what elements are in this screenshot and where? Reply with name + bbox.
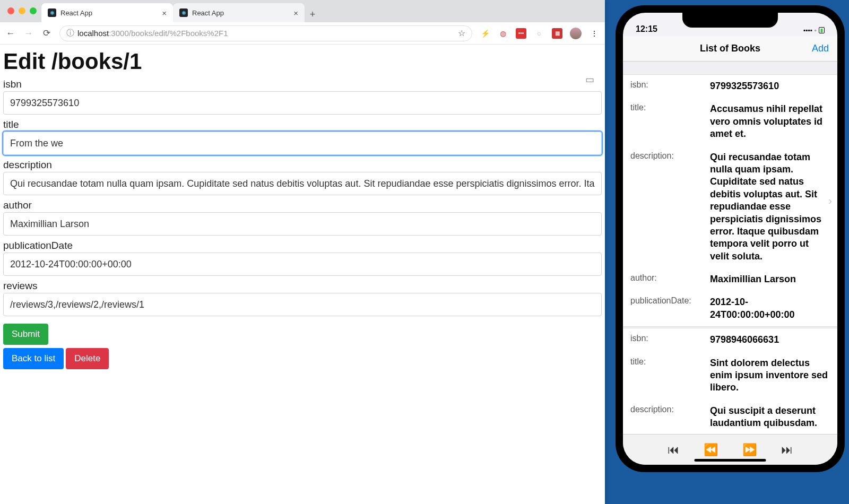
isbn-input[interactable]	[3, 91, 602, 115]
publicationdate-label: publicationDate	[3, 240, 602, 251]
cell-value: Qui suscipit a deserunt laudantium quibu…	[710, 405, 830, 430]
battery-icon: ▮	[819, 27, 825, 33]
rewind-icon[interactable]: ⏪	[704, 443, 718, 457]
browser-window: ⚛ React App × ⚛ React App × + ← → ⟳ ⓘ lo…	[0, 0, 605, 504]
cell-key: title:	[630, 357, 710, 394]
cell-value: 2012-10-24T00:00:00+00:00	[710, 296, 830, 321]
browser-tab-1[interactable]: ⚛ React App ×	[41, 3, 173, 22]
phone-notch	[682, 13, 778, 28]
close-tab-icon[interactable]: ×	[162, 8, 167, 18]
profile-avatar[interactable]	[570, 28, 582, 39]
edit-book-form: Edit /books/1 isbn ▭ title description a…	[0, 45, 605, 371]
extension-icons: ⚡ ◍ ••• ○ ▦ ⋮	[480, 28, 600, 39]
react-favicon-icon: ⚛	[48, 8, 56, 17]
cell-key: author:	[630, 273, 710, 285]
chevron-right-icon: ›	[828, 195, 832, 207]
author-input[interactable]	[3, 212, 602, 236]
cell-key: description:	[630, 151, 710, 263]
tab-strip: ⚛ React App × ⚛ React App × +	[0, 0, 605, 22]
submit-button[interactable]: Submit	[3, 324, 48, 345]
amp-icon[interactable]: ⚡	[480, 28, 490, 39]
bookmark-star-icon[interactable]: ☆	[458, 28, 465, 38]
ios-simulator: 12:15 ▪▪▪▪ ◦ ▮ List of Books Add › isbn:…	[616, 5, 845, 472]
fast-forward-icon[interactable]: ⏩	[742, 443, 757, 457]
skip-forward-icon[interactable]: ⏭	[781, 443, 793, 457]
cell-value: Sint dolorem delectus enim ipsum invento…	[710, 357, 830, 394]
page-title: Edit /books/1	[3, 49, 602, 74]
new-tab-button[interactable]: +	[305, 6, 320, 22]
cell-value: Qui recusandae totam nulla quam ipsam. C…	[710, 151, 830, 263]
tab-title: React App	[192, 9, 224, 17]
url-bar: ← → ⟳ ⓘ localhost:3000/books/edit/%2Fboo…	[0, 22, 605, 45]
isbn-label: isbn	[3, 79, 602, 90]
minimize-window-button[interactable]	[19, 7, 25, 14]
description-input[interactable]	[3, 172, 602, 195]
skip-back-icon[interactable]: ⏮	[668, 443, 679, 457]
address-bar[interactable]: ⓘ localhost:3000/books/edit/%2Fbooks%2F1…	[59, 25, 472, 41]
extension-icon[interactable]: ◍	[498, 28, 508, 39]
react-favicon-icon: ⚛	[179, 8, 188, 17]
window-controls	[7, 7, 37, 14]
extension-icon[interactable]: ○	[534, 28, 544, 39]
add-button[interactable]: Add	[812, 43, 829, 54]
reviews-label: reviews	[3, 280, 602, 292]
status-time: 12:15	[636, 24, 657, 34]
maximize-window-button[interactable]	[30, 7, 37, 14]
reload-button[interactable]: ⟳	[41, 28, 52, 39]
title-input[interactable]	[3, 132, 602, 155]
autofill-icon[interactable]: ▭	[585, 74, 594, 85]
cell-value: 9799325573610	[710, 80, 830, 92]
title-label: title	[3, 119, 602, 131]
back-button[interactable]: ←	[5, 28, 16, 39]
phone-screen: 12:15 ▪▪▪▪ ◦ ▮ List of Books Add › isbn:…	[623, 13, 837, 465]
close-window-button[interactable]	[7, 7, 14, 14]
back-to-list-button[interactable]: Back to list	[3, 348, 64, 369]
tab-title: React App	[60, 9, 92, 17]
lastpass-icon[interactable]: •••	[516, 28, 526, 39]
cell-key: isbn:	[630, 334, 710, 346]
cell-value: Maximillian Larson	[710, 273, 830, 285]
extension-icon[interactable]: ▦	[552, 28, 562, 39]
cell-key: description:	[630, 405, 710, 430]
cell-value: Accusamus nihil repellat vero omnis volu…	[710, 103, 830, 140]
nav-bar: List of Books Add	[623, 36, 837, 62]
page-content: Edit /books/1 isbn ▭ title description a…	[0, 45, 605, 504]
kebab-menu-icon[interactable]: ⋮	[589, 28, 600, 39]
delete-button[interactable]: Delete	[66, 348, 109, 369]
book-cell[interactable]: isbn:9798946066631 title:Sint dolorem de…	[623, 328, 837, 434]
signal-icon: ▪▪▪▪	[803, 27, 812, 34]
info-icon: ⓘ	[66, 28, 74, 38]
book-cell[interactable]: › isbn:9799325573610 title:Accusamus nih…	[623, 74, 837, 327]
cell-key: title:	[630, 103, 710, 140]
author-label: author	[3, 199, 602, 211]
wifi-icon: ◦	[815, 27, 817, 34]
reviews-input[interactable]	[3, 293, 602, 316]
browser-tab-2[interactable]: ⚛ React App ×	[173, 3, 305, 22]
cell-key: isbn:	[630, 80, 710, 92]
url-text: localhost:3000/books/edit/%2Fbooks%2F1	[77, 29, 228, 38]
book-list[interactable]: › isbn:9799325573610 title:Accusamus nih…	[623, 62, 837, 434]
nav-title: List of Books	[700, 43, 760, 54]
cell-key: publicationDate:	[630, 296, 710, 321]
description-label: description	[3, 159, 602, 171]
forward-button: →	[23, 28, 34, 39]
publicationdate-input[interactable]	[3, 253, 602, 276]
cell-value: 9798946066631	[710, 334, 830, 346]
close-tab-icon[interactable]: ×	[293, 8, 298, 18]
home-indicator[interactable]	[695, 459, 766, 462]
